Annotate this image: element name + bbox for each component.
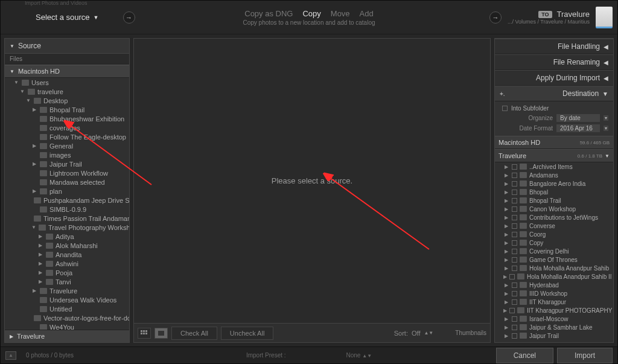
tree-item[interactable]: Bhubaneshwar Exhibition — [5, 114, 129, 123]
tree-item[interactable]: Lightroom Workflow — [5, 168, 129, 177]
organize-select[interactable]: By date — [556, 114, 600, 122]
import-button[interactable]: Import — [557, 348, 613, 363]
tree-item[interactable]: ▶Jaipur Trail — [5, 159, 129, 168]
dest-tree-item[interactable]: ▶Converse — [495, 222, 613, 230]
select-source-button[interactable]: Select a source ▼ — [5, 13, 99, 22]
folder-checkbox[interactable] — [512, 249, 517, 254]
tree-item[interactable]: ▼travelure — [5, 87, 129, 96]
tree-item[interactable]: ▶plan — [5, 187, 129, 196]
cancel-button[interactable]: Cancel — [496, 348, 553, 363]
dest-volume-travelure[interactable]: Travelure 0.6 / 1.8 TB ▼ — [495, 149, 613, 162]
tree-item[interactable]: ▶Ashwini — [5, 259, 129, 268]
tree-item[interactable]: Undersea Walk Videos — [5, 295, 129, 304]
dest-tree-item[interactable]: ▶IIT Kharagpur — [495, 298, 613, 306]
folder-checkbox[interactable] — [512, 291, 517, 296]
destination-button[interactable]: Travelure — [557, 10, 590, 19]
destination-panel-header[interactable]: +. Destination ▼ — [495, 86, 613, 101]
dest-tree-item[interactable]: ▶Hola Mohalla Anandpur Sahib — [495, 264, 613, 272]
folder-checkbox[interactable] — [512, 257, 517, 263]
tree-item[interactable]: Pushpakandam Jeep Drive Small... — [5, 196, 129, 205]
folder-checkbox[interactable] — [509, 274, 515, 279]
dest-volume-mac[interactable]: Macintosh HD 59.6 / 465 GB — [495, 136, 613, 149]
dest-tree-item[interactable]: ▶Game Of Thrones — [495, 255, 613, 264]
tree-item[interactable]: Vector-autor-logos-free-for-dow... — [5, 313, 129, 322]
dest-tree-item[interactable]: ▶IIT Kharagpur PHOTOGRAPHY WOR... — [495, 306, 613, 315]
tree-item[interactable]: ▶Tanvi — [5, 277, 129, 286]
tree-item[interactable]: ▶Alok Maharshi — [5, 241, 129, 250]
dest-tree-item[interactable]: ▶Bangalore Aero India — [495, 179, 613, 188]
action-add[interactable]: Add — [360, 9, 374, 18]
tree-item[interactable]: Mandawa selected — [5, 177, 129, 187]
source-panel-header[interactable]: ▼ Source — [5, 39, 129, 53]
folder-checkbox[interactable] — [509, 308, 515, 313]
folder-icon — [39, 225, 46, 231]
tree-item[interactable]: images — [5, 150, 129, 159]
tree-item[interactable]: coverages — [5, 123, 129, 132]
panel-file-renaming[interactable]: File Renaming◀ — [495, 54, 613, 70]
dest-tree-label: Bangalore Aero India — [529, 180, 585, 187]
dest-tree-item[interactable]: ▶..Archived Items — [495, 162, 613, 171]
action-copy-as-dng[interactable]: Copy as DNG — [244, 9, 293, 18]
folder-checkbox[interactable] — [512, 215, 517, 220]
tree-item[interactable]: SIMBL-0.9.9 — [5, 205, 129, 214]
folder-checkbox[interactable] — [512, 198, 517, 203]
panel-file-handling[interactable]: File Handling◀ — [495, 39, 613, 54]
folder-checkbox[interactable] — [512, 223, 517, 229]
tree-item[interactable]: Follow The Eagle-desktop — [5, 132, 129, 141]
tree-item[interactable]: ▶Bhopal Trail — [5, 105, 129, 114]
dest-tree-item[interactable]: ▶Hyderabad — [495, 281, 613, 289]
tree-item[interactable]: ▶Aditya — [5, 232, 129, 241]
folder-checkbox[interactable] — [512, 325, 517, 330]
dest-tree-item[interactable]: ▶Covering Delhi — [495, 247, 613, 255]
dest-tree-item[interactable]: ▶IIID Workshop — [495, 289, 613, 298]
date-format-select[interactable]: 2016 Apr 16 — [556, 124, 600, 132]
dest-tree-item[interactable]: ▶Canon Workshop — [495, 205, 613, 213]
folder-checkbox[interactable] — [512, 190, 517, 195]
volume-travelure[interactable]: ▶ Travelure — [5, 330, 129, 342]
dest-tree-item[interactable]: ▶Jaipur & Sambhar Lake — [495, 323, 613, 331]
folder-checkbox[interactable] — [512, 266, 517, 271]
dest-tree-item[interactable]: ▶Bhopal Trail — [495, 196, 613, 205]
folder-checkbox[interactable] — [512, 316, 517, 322]
into-subfolder-checkbox[interactable] — [502, 106, 508, 111]
dest-tree-item[interactable]: ▶Hola Mohalla Anandpur Sahib II — [495, 272, 613, 281]
folder-checkbox[interactable] — [512, 164, 517, 170]
dest-tree-item[interactable]: ▶Copy — [495, 238, 613, 247]
panel-apply-during-import[interactable]: Apply During Import◀ — [495, 70, 613, 86]
tree-item[interactable]: We4You — [5, 322, 129, 330]
folder-checkbox[interactable] — [512, 232, 517, 237]
tree-item[interactable]: Times Passion Trail Andamans — [5, 214, 129, 223]
sort-value[interactable]: Off — [412, 330, 420, 337]
tree-item[interactable]: ▶General — [5, 141, 129, 150]
action-move[interactable]: Move — [331, 9, 350, 18]
folder-checkbox[interactable] — [512, 173, 517, 178]
dest-tree-item[interactable]: ▶Contributions to JetWings — [495, 213, 613, 222]
check-all-button[interactable]: Check All — [171, 327, 217, 340]
expand-button[interactable]: ▲ — [5, 351, 16, 360]
dest-tree-item[interactable]: ▶Israel-Moscow — [495, 315, 613, 323]
dest-tree-label: Israel-Moscow — [529, 316, 568, 322]
volume-header[interactable]: ▼ Macintosh HD — [5, 65, 129, 78]
folder-checkbox[interactable] — [512, 283, 517, 288]
dest-tree-item[interactable]: ▶Coorg — [495, 230, 613, 238]
tree-item[interactable]: ▼Desktop — [5, 96, 129, 105]
folder-checkbox[interactable] — [512, 299, 517, 305]
uncheck-all-button[interactable]: Uncheck All — [221, 327, 273, 340]
tree-item[interactable]: ▶Anandita — [5, 250, 129, 259]
tree-item[interactable]: ▶Pooja — [5, 268, 129, 277]
action-copy[interactable]: Copy — [302, 9, 320, 18]
folder-checkbox[interactable] — [512, 240, 517, 246]
loupe-view-button[interactable] — [154, 328, 168, 339]
preset-select[interactable]: None ▲▼ — [346, 352, 372, 359]
tree-item[interactable]: ▶Travelure — [5, 286, 129, 295]
tree-item[interactable]: ▼Travel Photography Workshop — [5, 223, 129, 232]
dest-tree-item[interactable]: ▶Bhopal — [495, 188, 613, 196]
grid-view-button[interactable] — [138, 328, 151, 339]
tree-item[interactable]: ▼Users — [5, 78, 129, 87]
dest-tree-item[interactable]: ▶Andamans — [495, 171, 613, 179]
folder-checkbox[interactable] — [512, 206, 517, 212]
folder-checkbox[interactable] — [512, 181, 517, 187]
tree-item[interactable]: Untitled — [5, 304, 129, 313]
folder-checkbox[interactable] — [512, 333, 517, 339]
dest-tree-item[interactable]: ▶Jaipur Trail — [495, 331, 613, 340]
